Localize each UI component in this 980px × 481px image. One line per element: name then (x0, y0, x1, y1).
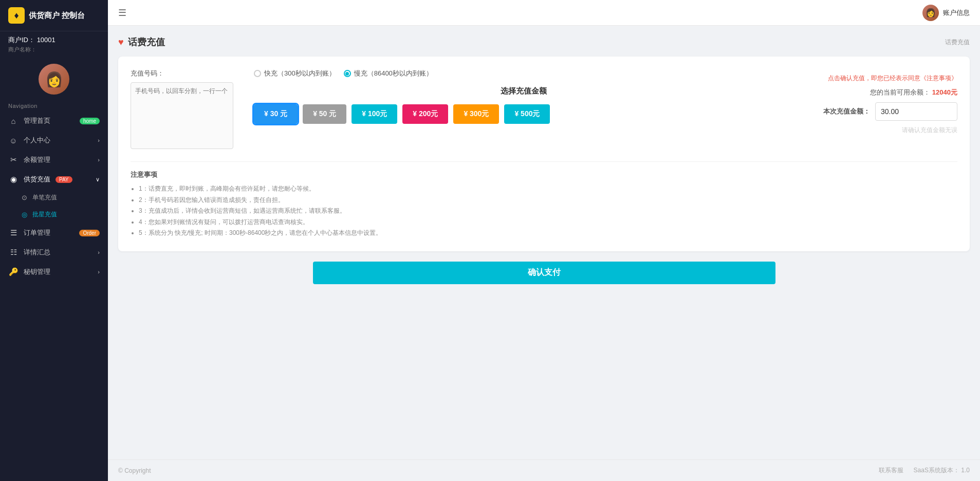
note-item: 4：您如果对到账情况有疑问，可以拨打运营商电话查询核实。 (139, 217, 957, 228)
slow-charge-radio[interactable] (344, 70, 351, 77)
notes-list: 1：话费直充，即时到账，高峰期会有些许延时，请您耐心等候。 2：手机号码若因您输… (131, 183, 957, 239)
sidebar-item-batch-recharge[interactable]: ◎ 批星充值 (0, 206, 108, 223)
pay-badge: PAY (56, 176, 72, 183)
contact-service[interactable]: 联系客服 (879, 466, 903, 475)
note-item: 1：话费直充，即时到账，高峰期会有些许延时，请您耐心等候。 (139, 183, 957, 195)
footer: © Copyright 联系客服 SaaS系统版本： 1.0 (108, 459, 980, 481)
sidebar-item-recharge[interactable]: ◉ 供货充值 PAY ∨ (0, 170, 108, 189)
phone-form-group: 充值号码： (131, 69, 233, 149)
sidebar-item-label: 秘钥管理 (24, 267, 50, 276)
page-header: ♥ 话费充值 话费充值 (118, 36, 970, 48)
fast-charge-radio[interactable] (254, 70, 261, 77)
main-content: ☰ 👩 账户信息 ♥ 话费充值 话费充值 充值号码： (108, 0, 980, 481)
merchant-id: 商户ID： 10001 (8, 35, 100, 45)
sidebar-item-label: 详情汇总 (24, 248, 50, 257)
heart-icon: ♥ (118, 37, 124, 48)
slow-charge-label: 慢充（86400秒以内到账） (354, 69, 433, 78)
home-icon: ⌂ (8, 117, 19, 125)
avatar: 👩 (39, 64, 69, 95)
chevron-down-icon: ∨ (96, 176, 100, 183)
confirm-pay-button[interactable]: 确认支付 (313, 262, 775, 284)
amount-input[interactable] (875, 102, 957, 121)
version-info: SaaS系统版本： 1.0 (914, 466, 970, 475)
amount-input-label: 本次充值金额： (823, 107, 870, 116)
balance-info: 您的当前可用余额： 12040元 (813, 88, 957, 97)
footer-right: 联系客服 SaaS系统版本： 1.0 (879, 466, 970, 475)
single-recharge-icon: ⊙ (22, 194, 27, 201)
account-label: 账户信息 (943, 8, 970, 17)
avatar-area: 👩 (0, 58, 108, 99)
sidebar-item-personal[interactable]: ☺ 个人中心 › (0, 131, 108, 150)
phone-label: 充值号码： (131, 69, 233, 78)
sidebar-item-home[interactable]: ⌂ 管理首页 home (0, 111, 108, 131)
notes-section: 注意事项 1：话费直充，即时到账，高峰期会有些许延时，请您耐心等候。 2：手机号… (131, 161, 957, 239)
fast-charge-label: 快充（300秒以内到账） (264, 69, 336, 78)
balance-icon: ✂ (8, 155, 19, 164)
recharge-type-row: 快充（300秒以内到账） 慢充（86400秒以内到账） (254, 69, 793, 78)
main-card: 充值号码： 快充（300秒以内到账） 慢充（86400秒以内到账） (118, 57, 970, 251)
balance-amount: 12040元 (932, 88, 957, 96)
chevron-right-icon: › (98, 157, 100, 163)
page-title-row: ♥ 话费充值 (118, 36, 165, 48)
sidebar-item-label: 供货充值 (24, 175, 50, 184)
chevron-right-icon: › (98, 137, 100, 143)
sidebar-item-details[interactable]: ☷ 详情汇总 › (0, 243, 108, 262)
note-item: 5：系统分为 快充/慢充; 时间期：300秒-86400秒之内，请您在个人中心基… (139, 228, 957, 239)
page-title: 话费充值 (128, 36, 165, 48)
sidebar-item-label: 余额管理 (24, 155, 50, 164)
nav-section-label: Navigation (0, 99, 108, 111)
confirm-button-wrap: 确认支付 (118, 262, 970, 284)
personal-icon: ☺ (8, 136, 19, 145)
slow-charge-option[interactable]: 慢充（86400秒以内到账） (344, 69, 433, 78)
orders-icon: ☰ (8, 228, 19, 237)
note-item: 3：充值成功后，详情会收到运营商短信，如遇运营商系统忙，请联系客服。 (139, 206, 957, 217)
merchant-info: 商户ID： 10001 商户名称： (0, 31, 108, 58)
confirm-tip: 请确认充值金额无误 (813, 126, 957, 135)
fast-charge-option[interactable]: 快充（300秒以内到账） (254, 69, 336, 78)
topbar-avatar: 👩 (922, 5, 939, 21)
sidebar-item-orders[interactable]: ☰ 订单管理 Order (0, 223, 108, 243)
phone-input[interactable] (131, 82, 233, 149)
amount-buttons: ¥ 30 元 ¥ 50 元 ¥ 100元 ¥ 200元 ¥ 300元 ¥ 500… (254, 104, 793, 124)
amount-section: 选择充值金额 ¥ 30 元 ¥ 50 元 ¥ 100元 ¥ 200元 ¥ 300… (254, 86, 793, 124)
sidebar-item-label: 管理首页 (24, 116, 50, 125)
menu-toggle-button[interactable]: ☰ (118, 7, 126, 18)
amount-title: 选择充值金额 (254, 86, 793, 96)
sidebar-item-label: 个人中心 (24, 136, 50, 145)
confirm-note: 点击确认充值，即您已经表示同意《注意事项》 (813, 74, 957, 83)
sidebar-item-keys[interactable]: 🔑 秘钥管理 › (0, 262, 108, 282)
sidebar-item-single-recharge[interactable]: ⊙ 单笔充值 (0, 189, 108, 206)
topbar: ☰ 👩 账户信息 (108, 0, 980, 26)
batch-recharge-icon: ◎ (22, 211, 27, 218)
merchant-name: 商户名称： (8, 46, 100, 53)
key-icon: 🔑 (8, 267, 19, 276)
amount-500-button[interactable]: ¥ 500元 (504, 104, 550, 124)
content-area: ♥ 话费充值 话费充值 充值号码： 快充（300秒以内到账 (108, 26, 980, 459)
sidebar-item-balance[interactable]: ✂ 余额管理 › (0, 150, 108, 170)
amount-30-button[interactable]: ¥ 30 元 (254, 104, 298, 124)
amount-100-button[interactable]: ¥ 100元 (352, 104, 397, 124)
sidebar-logo: ♦ 供货商户 控制台 (0, 0, 108, 31)
right-panel: 点击确认充值，即您已经表示同意《注意事项》 您的当前可用余额： 12040元 本… (813, 69, 957, 135)
order-badge: Order (79, 230, 100, 236)
details-icon: ☷ (8, 248, 19, 257)
middle-column: 快充（300秒以内到账） 慢充（86400秒以内到账） 选择充值金额 ¥ 30 … (254, 69, 793, 124)
recharge-icon: ◉ (8, 175, 19, 184)
sidebar-item-label: 订单管理 (24, 228, 50, 237)
logo-icon: ♦ (8, 7, 25, 24)
chevron-right-icon: › (98, 249, 100, 255)
amount-200-button[interactable]: ¥ 200元 (402, 104, 448, 124)
notes-title: 注意事项 (131, 170, 957, 179)
sidebar-title: 供货商户 控制台 (29, 11, 85, 21)
amount-50-button[interactable]: ¥ 50 元 (303, 104, 346, 124)
home-badge: home (80, 118, 100, 124)
amount-input-row: 本次充值金额： (813, 102, 957, 121)
sidebar-item-label: 单笔充值 (32, 193, 57, 202)
amount-300-button[interactable]: ¥ 300元 (453, 104, 499, 124)
breadcrumb: 话费充值 (945, 38, 970, 47)
sidebar-item-label: 批星充值 (32, 210, 57, 219)
note-item: 2：手机号码若因您输入错误而造成损失，责任自担。 (139, 195, 957, 206)
sidebar: ♦ 供货商户 控制台 商户ID： 10001 商户名称： 👩 Navigatio… (0, 0, 108, 481)
account-menu[interactable]: 👩 账户信息 (922, 5, 970, 21)
copyright: © Copyright (118, 467, 151, 474)
